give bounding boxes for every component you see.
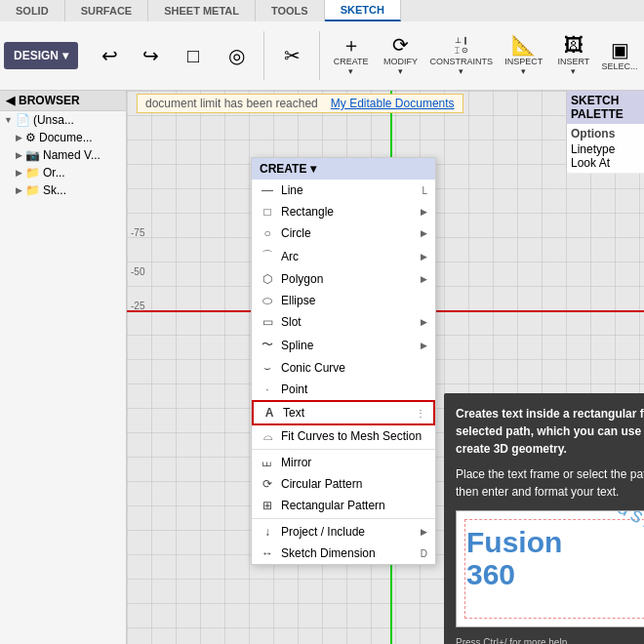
menu-item-polygon[interactable]: ⬡ Polygon ▶	[252, 268, 435, 290]
menu-item-arc[interactable]: ⌒ Arc ▶	[252, 244, 435, 268]
tab-sheet-metal[interactable]: SHEET METAL	[148, 0, 256, 21]
tooltip-body: Place the text frame or select the path …	[456, 465, 644, 501]
spline-submenu-arrow: ▶	[421, 341, 427, 350]
tab-tools[interactable]: TOOLS	[256, 0, 325, 21]
inspect-label: INSPECT ▾	[504, 57, 543, 76]
palette-options-title: Options	[571, 127, 640, 141]
menu-label-circular-pattern: Circular Pattern	[281, 477, 362, 491]
insert-label: INSERT ▾	[557, 57, 589, 76]
circle-submenu-arrow: ▶	[421, 228, 427, 238]
undo-redo-group: ↩ ↪	[90, 44, 170, 67]
inspect-dropdown-button[interactable]: 📐 INSPECT ▾	[500, 33, 548, 78]
project-include-submenu-arrow: ▶	[421, 527, 427, 537]
dropdown-header: CREATE ▾	[252, 158, 435, 180]
modify-label: MODIFY ▾	[383, 57, 418, 76]
menu-item-circle[interactable]: ○ Circle ▶	[252, 222, 435, 244]
menu-label-mirror: Mirror	[281, 456, 311, 469]
canvas-area[interactable]: -75 -50 -25 document limit has been reac…	[127, 91, 644, 644]
circle-tool-icon: ◎	[228, 46, 245, 65]
browser-item-root[interactable]: ▼ 📄 (Unsa...	[0, 111, 126, 129]
menu-label-conic: Conic Curve	[281, 361, 345, 375]
browser-item-named[interactable]: ▶ 📷 Named V...	[0, 146, 126, 164]
undo-button[interactable]: ↩	[90, 44, 129, 67]
browser-icon-named: 📷	[25, 148, 40, 162]
browser-item-sketch[interactable]: ▶ 📁 Sk...	[0, 181, 126, 199]
menu-item-point[interactable]: · Point	[252, 379, 435, 400]
text-icon: A	[262, 406, 277, 420]
menu-item-spline[interactable]: 〜 Spline ▶	[252, 333, 435, 357]
project-include-icon: ↓	[260, 525, 275, 539]
modify-icon: ⟳	[392, 35, 409, 55]
fusion-preview-text-1: Fusion360	[466, 526, 562, 590]
circular-pattern-icon: ⟳	[260, 477, 275, 491]
menu-item-rectangle[interactable]: □ Rectangle ▶	[252, 201, 435, 222]
menu-label-circle: Circle	[281, 226, 311, 240]
menu-item-ellipse[interactable]: ⬭ Ellipse	[252, 290, 435, 311]
palette-lookat[interactable]: Look At	[571, 156, 640, 170]
menu-label-point: Point	[281, 382, 307, 396]
palette-title: SKETCH PALETTE	[571, 94, 624, 121]
menu-item-conic[interactable]: ⌣ Conic Curve	[252, 357, 435, 379]
polygon-icon: ⬡	[260, 272, 275, 286]
browser-arrow-root: ▼	[4, 115, 13, 125]
scissors-button[interactable]: ✂	[272, 44, 311, 67]
palette-linetype[interactable]: Linetype	[571, 142, 640, 156]
rectangular-pattern-icon: ⊞	[260, 499, 275, 512]
menu-label-arc: Arc	[281, 250, 299, 263]
menu-separator-1	[252, 449, 435, 450]
undo-icon: ↩	[101, 46, 118, 65]
tab-solid[interactable]: SOLID	[0, 0, 65, 21]
menu-item-slot[interactable]: ▭ Slot ▶	[252, 311, 435, 333]
browser-label-sketch: Sk...	[43, 183, 66, 197]
my-docs-link[interactable]: My Editable Documents	[331, 97, 455, 110]
redo-button[interactable]: ↪	[131, 44, 170, 67]
tab-sketch[interactable]: SKETCH	[325, 0, 401, 21]
insert-icon: 🖼	[564, 35, 584, 55]
menu-label-rectangle: Rectangle	[281, 205, 334, 219]
doc-limit-message: document limit has been reached	[145, 97, 318, 110]
square-tool-button[interactable]: □	[174, 44, 213, 67]
constraints-dropdown-button[interactable]: ⊥ ∥ ⌶ ⊙ CONSTRAINTS ▾	[426, 34, 495, 78]
tooltip-preview: Fusion360 Fusion 3 6 0	[456, 510, 644, 627]
menu-label-line: Line	[281, 183, 303, 197]
menu-item-text[interactable]: A Text ⋮	[252, 400, 435, 425]
menu-item-fit-curves[interactable]: ⌓ Fit Curves to Mesh Section	[252, 425, 435, 447]
select-label: SELEC...	[602, 61, 638, 71]
create-dropdown-button[interactable]: ＋ CREATE ▾	[328, 33, 374, 78]
browser-item-document[interactable]: ▶ ⚙ Docume...	[0, 129, 126, 146]
inspect-icon: 📐	[511, 35, 536, 55]
browser-collapse-icon[interactable]: ◀	[6, 94, 15, 107]
menu-item-mirror[interactable]: ⧢ Mirror	[252, 452, 435, 473]
menu-item-project-include[interactable]: ↓ Project / Include ▶	[252, 521, 435, 543]
menu-label-fit-curves: Fit Curves to Mesh Section	[281, 429, 422, 443]
browser-arrow-origin: ▶	[16, 168, 22, 178]
menu-item-line[interactable]: — Line L	[252, 180, 435, 201]
polygon-submenu-arrow: ▶	[421, 274, 427, 284]
text-options-icon: ⋮	[416, 408, 425, 419]
browser-arrow-doc: ▶	[16, 133, 22, 142]
menu-label-ellipse: Ellipse	[281, 294, 315, 307]
browser-arrow-named: ▶	[16, 150, 22, 160]
axis-label-75: -75	[131, 227, 144, 238]
sketch-dimension-shortcut: D	[421, 548, 427, 559]
redo-icon: ↪	[142, 46, 159, 65]
browser-label-doc: Docume...	[39, 131, 93, 144]
rectangle-icon: □	[260, 205, 275, 219]
tab-surface[interactable]: SURFACE	[65, 0, 149, 21]
scissors-icon: ✂	[284, 46, 301, 65]
menu-item-circular-pattern[interactable]: ⟳ Circular Pattern	[252, 473, 435, 495]
select-icon: ▣	[611, 40, 629, 60]
circle-tool-button[interactable]: ◎	[217, 44, 256, 67]
menu-item-rectangular-pattern[interactable]: ⊞ Rectangular Pattern	[252, 495, 435, 516]
tooltip-title: Creates text inside a rectangular frame …	[456, 405, 644, 458]
design-button[interactable]: DESIGN ▾	[4, 42, 78, 69]
select-button[interactable]: ▣ SELEC...	[599, 38, 640, 73]
modify-dropdown-button[interactable]: ⟳ MODIFY ▾	[378, 33, 423, 78]
doc-limit-banner: document limit has been reached My Edita…	[137, 94, 463, 113]
tab-bar: SOLID SURFACE SHEET METAL TOOLS SKETCH	[0, 0, 644, 21]
fit-curves-icon: ⌓	[260, 429, 275, 443]
insert-dropdown-button[interactable]: 🖼 INSERT ▾	[551, 33, 595, 78]
browser-item-origin[interactable]: ▶ 📁 Or...	[0, 164, 126, 181]
menu-item-sketch-dimension[interactable]: ↔ Sketch Dimension D	[252, 543, 435, 564]
constraints-label: CONSTRAINTS ▾	[429, 57, 493, 76]
